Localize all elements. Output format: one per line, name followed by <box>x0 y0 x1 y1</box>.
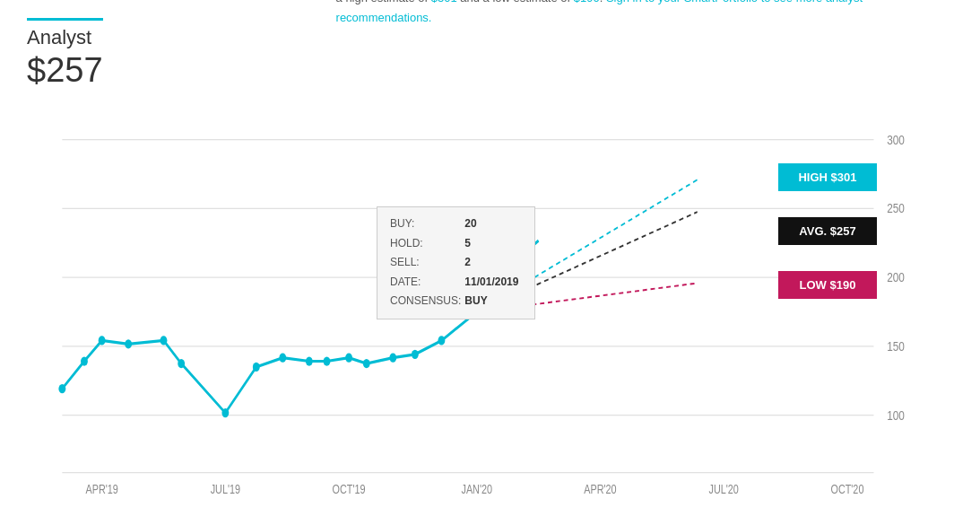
chart-dot <box>178 359 185 368</box>
desc-text4: and a low estimate of <box>457 0 574 4</box>
chart-dot <box>499 267 507 276</box>
x-label-oct20: OCT'20 <box>830 482 863 496</box>
analyst-price: $257 <box>27 51 103 90</box>
price-line <box>62 241 538 413</box>
chart-dot <box>125 339 132 348</box>
x-label-jul20: JUL'20 <box>709 482 739 496</box>
desc-text5: . <box>600 0 606 4</box>
analyst-label: Analyst <box>27 18 103 49</box>
chart-dot <box>81 356 88 365</box>
chart-dot <box>58 384 65 393</box>
badge-high: HIGH $301 <box>778 163 877 191</box>
badge-avg: AVG. $257 <box>778 217 877 245</box>
x-label-jul19: JUL'19 <box>211 482 240 496</box>
y-label-100: 100 <box>887 407 905 423</box>
line-to-high <box>477 179 698 311</box>
x-label-apr20: APR'20 <box>584 482 616 496</box>
chart-dot <box>99 336 106 345</box>
badge-low: LOW $190 <box>778 271 877 299</box>
x-label-jan20: JAN'20 <box>461 482 492 496</box>
chart-dot <box>389 354 396 363</box>
chart-dot <box>253 363 260 372</box>
chart-dot <box>324 356 331 365</box>
chart-dot <box>363 359 370 368</box>
analyst-header: Analyst $257 <box>27 18 103 90</box>
y-label-150: 150 <box>887 339 905 354</box>
desc-high-price[interactable]: $301 <box>431 0 457 4</box>
chart-dot <box>345 354 352 363</box>
chart-area: 300 250 200 150 100 APR'19 JUL'19 OCT'19… <box>27 117 953 507</box>
y-label-200: 200 <box>887 270 905 285</box>
chart-dot <box>221 408 229 417</box>
chart-dot <box>160 336 168 345</box>
line-to-avg <box>477 212 698 311</box>
y-label-250: 250 <box>887 201 905 216</box>
x-label-apr19: APR'19 <box>85 482 117 496</box>
chart-dot <box>412 350 419 359</box>
description-block: Based on analysts offering 12 month pric… <box>336 0 953 99</box>
chart-dot <box>279 354 286 363</box>
x-label-oct19: OCT'19 <box>333 482 366 496</box>
page-container: Analyst $257 Based on analysts offering … <box>0 0 980 525</box>
desc-low-price[interactable]: $190 <box>574 0 600 4</box>
chart-dot <box>306 356 313 365</box>
y-label-300: 300 <box>887 132 905 147</box>
chart-dot <box>438 336 445 345</box>
